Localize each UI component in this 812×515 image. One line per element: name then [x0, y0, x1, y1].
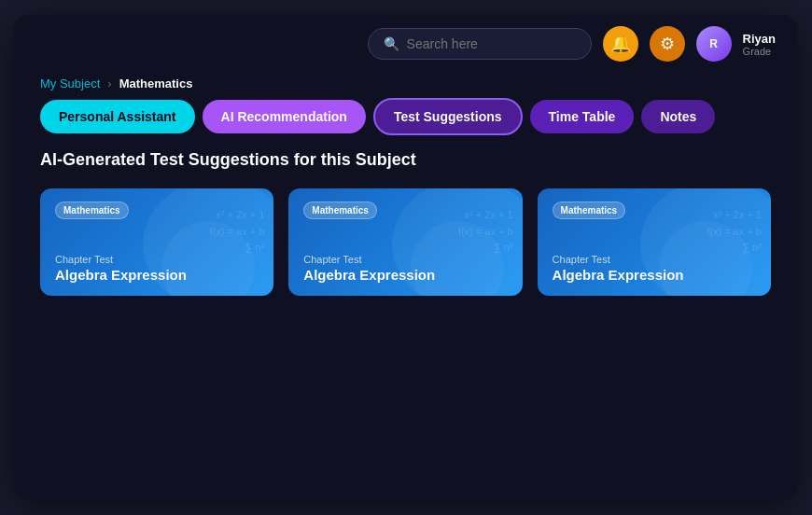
search-bar[interactable]: 🔍 [368, 28, 592, 60]
notification-button[interactable]: 🔔 [603, 26, 638, 62]
user-name: Riyan [743, 32, 776, 46]
breadcrumb-parent[interactable]: My Subject [40, 77, 100, 90]
card-badge-2: Mathematics [303, 202, 377, 219]
tab-notes[interactable]: Notes [641, 100, 715, 133]
card-deco-2: x² + 2x + 1f(x) = ax + b∑ n² [458, 207, 513, 257]
breadcrumb: My Subject › Mathematics [14, 73, 798, 98]
tab-test-suggestions[interactable]: Test Suggestions [373, 98, 523, 135]
tab-ai-recommendation[interactable]: AI Recommendation [203, 100, 366, 133]
main-screen: 🔍 🔔 ⚙ R Riyan Grade My Subject › Mathema… [14, 15, 798, 500]
card-title-1: Algebra Expression [55, 267, 259, 283]
header: 🔍 🔔 ⚙ R Riyan Grade [14, 15, 798, 73]
tab-personal-assistant[interactable]: Personal Assistant [40, 100, 195, 133]
main-content: AI-Generated Test Suggestions for this S… [14, 150, 798, 296]
card-deco-1: x² + 2x + 1f(x) = ax + b∑ n² [210, 207, 265, 257]
test-card-2[interactable]: x² + 2x + 1f(x) = ax + b∑ n² Mathematics… [288, 188, 522, 296]
card-bottom-2: Chapter Test Algebra Expression [303, 254, 507, 283]
test-card-1[interactable]: x² + 2x + 1f(x) = ax + b∑ n² Mathematics… [40, 188, 273, 296]
avatar: R [696, 26, 732, 62]
tab-time-table[interactable]: Time Table [530, 100, 635, 133]
user-info: Riyan Grade [743, 32, 776, 57]
breadcrumb-separator: › [107, 77, 111, 90]
card-deco-3: x² + 2x + 1f(x) = ax + b∑ n² [707, 207, 762, 257]
tabs-container: Personal Assistant AI Recommendation Tes… [14, 98, 798, 150]
card-type-1: Chapter Test [55, 254, 259, 265]
settings-button[interactable]: ⚙ [650, 26, 685, 62]
card-bottom-1: Chapter Test Algebra Expression [55, 254, 259, 283]
card-title-3: Algebra Expression [553, 267, 756, 283]
user-grade: Grade [743, 46, 776, 57]
search-input[interactable] [407, 36, 576, 51]
card-badge-1: Mathematics [55, 202, 129, 219]
cards-grid: x² + 2x + 1f(x) = ax + b∑ n² Mathematics… [40, 188, 772, 296]
breadcrumb-current: Mathematics [119, 77, 193, 90]
section-title: AI-Generated Test Suggestions for this S… [40, 150, 772, 170]
bell-icon: 🔔 [610, 34, 631, 54]
card-title-2: Algebra Expression [303, 267, 507, 283]
card-bottom-3: Chapter Test Algebra Expression [553, 254, 756, 283]
gear-icon: ⚙ [660, 34, 675, 54]
card-type-2: Chapter Test [303, 254, 507, 265]
test-card-3[interactable]: x² + 2x + 1f(x) = ax + b∑ n² Mathematics… [538, 188, 771, 296]
card-badge-3: Mathematics [553, 202, 626, 219]
card-type-3: Chapter Test [553, 254, 756, 265]
search-icon: 🔍 [384, 36, 399, 51]
